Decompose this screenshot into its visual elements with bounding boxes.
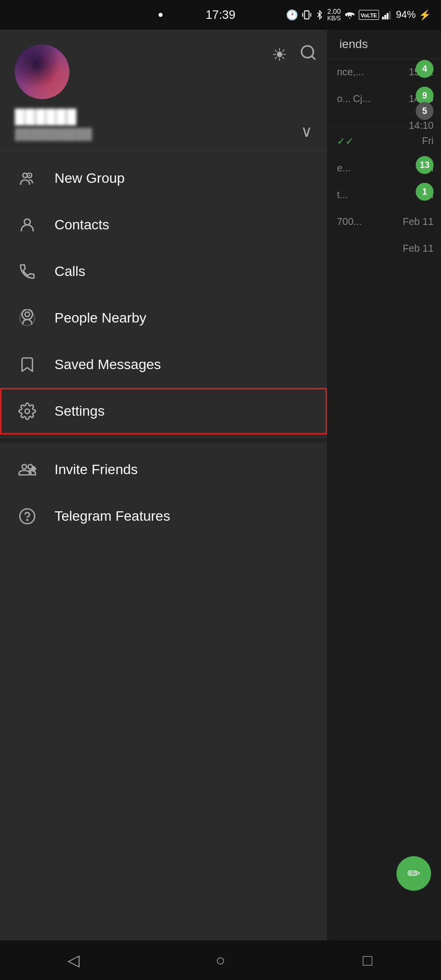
chevron-down-icon: ∨ bbox=[301, 122, 312, 140]
menu-item-saved-messages[interactable]: Saved Messages bbox=[0, 341, 327, 388]
invite-friends-label: Invite Friends bbox=[55, 462, 138, 478]
svg-point-12 bbox=[25, 409, 30, 414]
profile-phone: ██████████ bbox=[15, 128, 312, 141]
telegram-features-label: Telegram Features bbox=[55, 508, 170, 524]
calls-label: Calls bbox=[55, 264, 85, 279]
chat-badge-1: 4 bbox=[416, 60, 434, 78]
chat-item-1[interactable]: nce,... 15:12 4 bbox=[327, 59, 441, 86]
menu-separator bbox=[0, 438, 327, 442]
new-group-label: New Group bbox=[55, 170, 125, 186]
signal-icon bbox=[382, 10, 393, 20]
search-icon bbox=[299, 44, 317, 61]
home-icon: ○ bbox=[216, 951, 225, 970]
chat-badge-5: 13 bbox=[416, 156, 434, 174]
expand-profile-button[interactable]: ∨ bbox=[301, 122, 312, 141]
sun-icon: ☀ bbox=[272, 45, 287, 65]
battery-percentage: 94% bbox=[396, 9, 416, 20]
chat-item-8[interactable]: Feb 11 bbox=[327, 235, 441, 251]
drawer: ☀ ██████ ██████████ ∨ bbox=[0, 30, 327, 940]
chat-time-4: Fri bbox=[422, 135, 434, 147]
chat-header: iends bbox=[327, 30, 441, 59]
bottom-nav: ◁ ○ □ bbox=[0, 940, 441, 980]
chat-badge-3: 5 bbox=[416, 102, 434, 120]
charging-icon: ⚡ bbox=[419, 9, 431, 21]
wifi-icon bbox=[344, 10, 356, 20]
chat-item-7[interactable]: 700... Feb 11 bbox=[327, 209, 441, 235]
menu-item-telegram-features[interactable]: Telegram Features bbox=[0, 493, 327, 540]
chat-check-4: ✓✓ bbox=[337, 136, 354, 147]
status-bar: 17:39 🕐 2.00 KB/S VoLTE bbox=[0, 0, 441, 30]
svg-point-9 bbox=[24, 219, 30, 225]
telegram-features-icon bbox=[15, 504, 40, 529]
chat-item-6[interactable]: t... Thu 1 bbox=[327, 182, 441, 209]
svg-rect-2 bbox=[385, 15, 386, 19]
settings-icon bbox=[15, 399, 40, 424]
speed-indicator: 2.00 KB/S bbox=[327, 8, 340, 22]
chat-time-7: Feb 11 bbox=[403, 216, 434, 227]
chat-snippet-7: 700... bbox=[337, 216, 362, 227]
profile-section: ☀ ██████ ██████████ ∨ bbox=[0, 30, 327, 151]
people-nearby-label: People Nearby bbox=[55, 310, 146, 326]
calls-icon bbox=[15, 259, 40, 284]
svg-rect-1 bbox=[382, 17, 384, 19]
new-group-icon bbox=[15, 166, 40, 191]
chat-snippet-1: nce,... bbox=[337, 66, 364, 77]
chat-item-3[interactable]: 14:10 5 bbox=[327, 112, 441, 128]
search-button[interactable] bbox=[299, 44, 317, 63]
bluetooth-icon bbox=[315, 9, 324, 20]
compose-icon: ✏ bbox=[407, 864, 421, 883]
svg-rect-3 bbox=[386, 13, 388, 19]
menu-item-people-nearby[interactable]: People Nearby bbox=[0, 295, 327, 341]
vibrate-icon bbox=[301, 9, 312, 20]
back-icon: ◁ bbox=[67, 951, 80, 970]
people-nearby-icon bbox=[15, 306, 40, 330]
invite-friends-icon bbox=[15, 457, 40, 482]
profile-name: ██████ bbox=[15, 109, 312, 125]
chat-snippet-5: e... bbox=[337, 163, 351, 173]
contacts-icon bbox=[15, 213, 40, 237]
svg-rect-4 bbox=[389, 11, 391, 19]
chat-snippet-2: o... bbox=[337, 93, 351, 104]
svg-line-6 bbox=[312, 56, 315, 59]
home-button[interactable]: ○ bbox=[206, 945, 235, 975]
profile-divider bbox=[0, 151, 327, 151]
chat-badge-6: 1 bbox=[416, 183, 434, 201]
chat-snippet-6: t... bbox=[337, 189, 348, 200]
menu-item-calls[interactable]: Calls bbox=[0, 248, 327, 295]
brightness-button[interactable]: ☀ bbox=[272, 45, 287, 65]
avatar-image bbox=[15, 45, 69, 99]
notification-dot bbox=[159, 13, 163, 17]
chat-panel: iends nce,... 15:12 4 o... 14:45 9 Cj...… bbox=[327, 30, 441, 940]
compose-button[interactable]: ✏ bbox=[396, 856, 431, 891]
menu-item-settings[interactable]: Settings bbox=[0, 388, 327, 435]
menu-item-invite-friends[interactable]: Invite Friends bbox=[0, 446, 327, 493]
saved-messages-label: Saved Messages bbox=[55, 357, 161, 373]
chat-name-2: Cj... bbox=[353, 93, 371, 104]
svg-point-10 bbox=[25, 312, 30, 317]
back-button[interactable]: ◁ bbox=[58, 945, 88, 975]
svg-rect-0 bbox=[305, 11, 309, 19]
clock-icon: 🕐 bbox=[286, 9, 298, 21]
avatar[interactable] bbox=[15, 45, 69, 99]
volte-icon: VoLTE bbox=[359, 10, 379, 20]
saved-messages-icon bbox=[15, 352, 40, 377]
svg-point-13 bbox=[20, 509, 35, 524]
chat-item-5[interactable]: e... Fri 13 bbox=[327, 155, 441, 182]
status-icons: 🕐 2.00 KB/S VoLTE 94% bbox=[286, 8, 431, 22]
recents-button[interactable]: □ bbox=[353, 945, 383, 975]
settings-label: Settings bbox=[55, 403, 105, 419]
status-time: 17:39 bbox=[206, 8, 235, 22]
menu-item-new-group[interactable]: New Group bbox=[0, 155, 327, 202]
contacts-label: Contacts bbox=[55, 217, 110, 233]
menu-item-contacts[interactable]: Contacts bbox=[0, 202, 327, 248]
recents-icon: □ bbox=[363, 951, 372, 970]
chat-time-8: Feb 11 bbox=[403, 243, 434, 254]
partial-header-text: iends bbox=[332, 32, 375, 55]
chat-item-4[interactable]: Fri ✓✓ bbox=[327, 128, 441, 155]
main-layout: ☀ ██████ ██████████ ∨ bbox=[0, 30, 441, 940]
